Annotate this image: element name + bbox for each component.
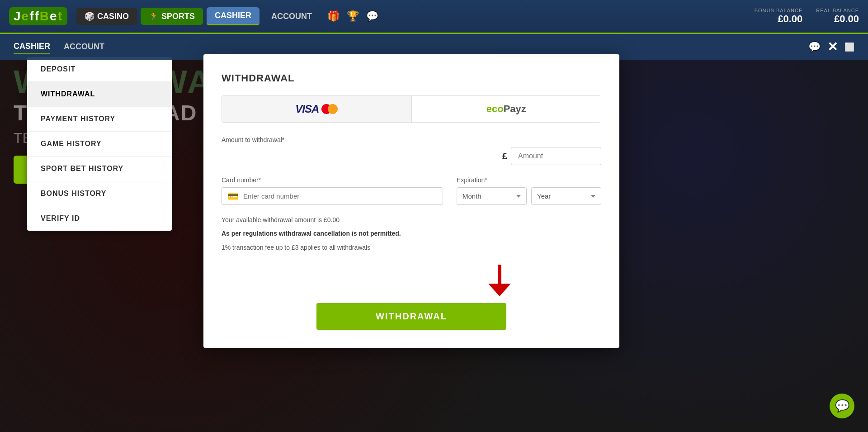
menu-item-game-history[interactable]: GAME HISTORY [27, 132, 172, 157]
modal-title: WITHDRAWAL [222, 72, 601, 84]
arrow-section [222, 265, 601, 296]
logo-text[interactable]: JeffBet [9, 7, 67, 25]
live-chat-bubble[interactable]: 💬 [830, 394, 854, 418]
menu-item-payment-history[interactable]: PAYMENT HISTORY [27, 107, 172, 132]
account-nav-button[interactable]: ACCOUNT [263, 8, 320, 25]
ecopayz-logo: ecoPayz [486, 103, 526, 115]
card-number-label: Card number* [222, 176, 443, 184]
amount-form-group: Amount to withdrawal* £ [222, 136, 601, 165]
eco-gray-text: Payz [504, 103, 526, 114]
credit-card-icon: 💳 [227, 191, 239, 202]
expiry-field: Expiration* Month 01 02 03 04 05 06 07 0… [457, 176, 601, 205]
svg-rect-0 [498, 265, 501, 285]
withdrawal-submit-button[interactable]: WITHDRAWAL [316, 303, 506, 330]
modal-cashier-tab[interactable]: CASHIER [14, 39, 50, 54]
eco-green-text: eco [486, 103, 504, 114]
bonus-balance-label: BONUS BALANCE [755, 8, 803, 13]
menu-item-withdrawal[interactable]: WITHDRAWAL [27, 82, 172, 107]
gift-icon-button[interactable]: 🎁 [327, 10, 340, 22]
trophy-icon-button[interactable]: 🏆 [347, 10, 359, 22]
bonus-balance: BONUS BALANCE £0.00 [755, 8, 803, 25]
payment-tab-ecopayz[interactable]: ecoPayz [412, 96, 601, 122]
modal-top-icons: 💬 ✕ ⬜ [808, 39, 854, 54]
svg-marker-1 [488, 284, 511, 296]
menu-item-verify-id[interactable]: VERIFY ID [27, 206, 172, 231]
cashier-label: CASHIER [215, 11, 251, 20]
account-label: ACCOUNT [271, 12, 312, 21]
menu-item-sport-bet-history[interactable]: SPORT BET HISTORY [27, 157, 172, 181]
sports-label: SPORTS [161, 12, 195, 21]
visa-text: VISA [295, 103, 319, 115]
visa-mastercard-logo: VISA [295, 103, 338, 115]
navbar: JeffBet 🎲 CASINO 🏃 SPORTS CASHIER ACCOUN… [0, 0, 868, 34]
menu-dropdown: DEPOSIT WITHDRAWAL PAYMENT HISTORY GAME … [27, 57, 172, 231]
modal-resize-icon: ⬜ [844, 42, 854, 52]
real-balance: REAL BALANCE £0.00 [816, 8, 859, 25]
chat-icon: 💬 [835, 399, 849, 413]
mastercard-circles [321, 104, 338, 114]
card-field: Card number* 💳 [222, 176, 443, 205]
card-expiry-row: Card number* 💳 Expiration* Month 01 02 0… [222, 176, 601, 205]
payment-tab-visa[interactable]: VISA [222, 96, 412, 122]
expiration-label: Expiration* [457, 176, 601, 184]
dice-icon: 🎲 [85, 11, 94, 21]
bonus-balance-value: £0.00 [755, 13, 803, 25]
chat-icon-button[interactable]: 💬 [366, 10, 378, 22]
menu-item-deposit[interactable]: DEPOSIT [27, 57, 172, 82]
month-select[interactable]: Month 01 02 03 04 05 06 07 08 09 10 11 1… [457, 187, 527, 205]
modal-close-button[interactable]: ✕ [827, 39, 838, 54]
card-input-wrapper: 💳 [222, 187, 443, 205]
payment-method-tabs: VISA ecoPayz [222, 95, 601, 123]
real-balance-value: £0.00 [816, 13, 859, 25]
info-section: Your available withdrawal amount is £0.0… [222, 216, 601, 251]
modal-chat-icon[interactable]: 💬 [808, 41, 821, 53]
down-arrow-icon [488, 265, 511, 296]
menu-item-bonus-history[interactable]: BONUS HISTORY [27, 181, 172, 206]
casino-label: CASINO [97, 12, 129, 21]
expiry-selects: Month 01 02 03 04 05 06 07 08 09 10 11 1… [457, 187, 601, 205]
sports-nav-button[interactable]: 🏃 SPORTS [141, 8, 203, 25]
amount-input[interactable] [511, 147, 601, 165]
fee-text: 1% transaction fee up to £3 applies to a… [222, 244, 601, 251]
withdrawal-modal: WITHDRAWAL VISA ecoPayz Amount to withdr… [203, 54, 619, 348]
year-select[interactable]: Year 2024 2025 2026 2027 2028 2029 2030 [531, 187, 601, 205]
mastercard-orange-circle [328, 104, 338, 114]
regulation-text: As per regulations withdrawal cancellati… [222, 229, 601, 238]
available-amount-text: Your available withdrawal amount is £0.0… [222, 216, 601, 223]
sub-nav: CASHIER ACCOUNT DEPOSIT WITHDRAWAL PAYME… [0, 34, 203, 231]
logo[interactable]: JeffBet [9, 7, 67, 25]
card-number-input[interactable] [243, 188, 437, 204]
amount-row: £ [222, 147, 601, 165]
balance-section: BONUS BALANCE £0.00 REAL BALANCE £0.00 [755, 8, 859, 25]
currency-symbol: £ [502, 151, 507, 161]
casino-nav-button[interactable]: 🎲 CASINO [76, 8, 137, 25]
real-balance-label: REAL BALANCE [816, 8, 859, 13]
cashier-nav-button[interactable]: CASHIER [207, 7, 259, 25]
sports-icon: 🏃 [149, 11, 159, 21]
amount-label: Amount to withdrawal* [222, 136, 601, 143]
modal-account-tab[interactable]: ACCOUNT [64, 40, 104, 54]
